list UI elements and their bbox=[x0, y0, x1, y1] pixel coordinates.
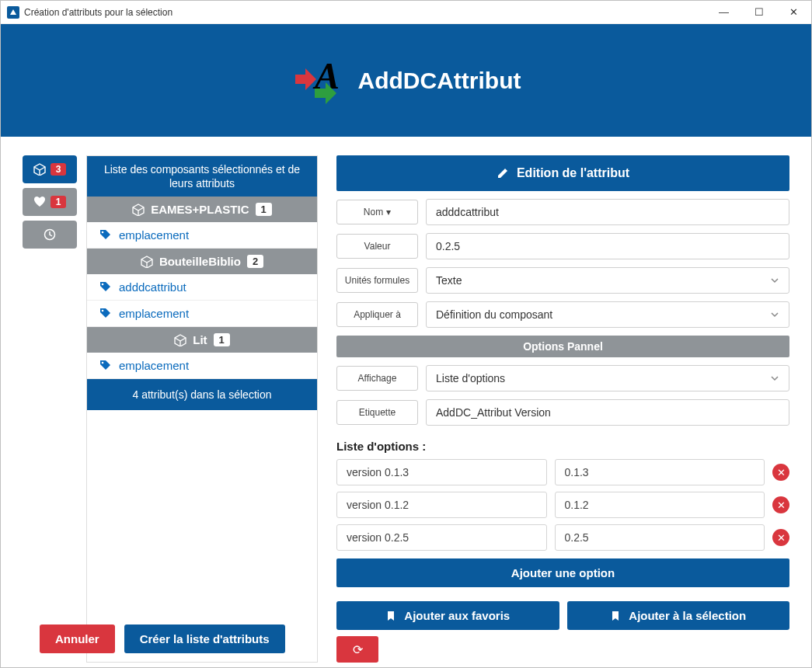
x-icon: ✕ bbox=[777, 499, 786, 511]
option-row: ✕ bbox=[336, 524, 789, 551]
apply-select[interactable]: Définition du composant bbox=[426, 301, 789, 328]
bookmark-icon bbox=[610, 611, 621, 621]
svg-point-4 bbox=[102, 284, 104, 286]
app-logo-icon: A bbox=[291, 53, 344, 109]
label-units: Unités formules bbox=[336, 268, 418, 293]
dialog-footer: Annuler Créer la liste d'attributs bbox=[40, 625, 285, 653]
heart-icon bbox=[33, 196, 46, 208]
delete-option-button[interactable]: ✕ bbox=[772, 464, 789, 481]
label-value: Valeur bbox=[336, 234, 418, 259]
refresh-button[interactable]: ⟳ bbox=[336, 636, 378, 663]
label-display: Affichage bbox=[336, 366, 418, 391]
option-value-input[interactable] bbox=[555, 459, 765, 485]
chevron-down-icon bbox=[770, 310, 779, 319]
tag-icon bbox=[99, 229, 111, 241]
option-label-input[interactable] bbox=[336, 492, 547, 518]
attribute-row[interactable]: adddcattribut bbox=[87, 274, 317, 301]
options-list-title: Liste d'options : bbox=[336, 440, 789, 453]
row-label: Etiquette bbox=[336, 399, 789, 426]
body: A AddDCAttribut 3 bbox=[1, 24, 811, 667]
svg-point-6 bbox=[102, 362, 104, 364]
components-panel: Liste des composants sélectionnés et de … bbox=[86, 155, 318, 663]
cube-count-button[interactable]: 3 bbox=[23, 155, 77, 183]
add-favorites-button[interactable]: Ajouter aux favoris bbox=[336, 601, 559, 630]
tag-icon bbox=[99, 308, 111, 319]
components-panel-header: Liste des composants sélectionnés et de … bbox=[87, 156, 317, 197]
name-input[interactable] bbox=[426, 199, 789, 225]
favorites-count-badge: 1 bbox=[51, 196, 67, 208]
maximize-button[interactable]: ☐ bbox=[741, 1, 776, 24]
edit-header: Edition de l'attribut bbox=[336, 155, 789, 191]
attribute-name: emplacement bbox=[119, 228, 189, 242]
content: 3 1 Liste des composan bbox=[1, 137, 811, 667]
create-list-button[interactable]: Créer la liste d'attributs bbox=[124, 625, 285, 653]
row-value: Valeur bbox=[336, 233, 789, 259]
component-name: Lit bbox=[193, 333, 207, 346]
component-header[interactable]: EAMES+PLASTIC1 bbox=[87, 197, 317, 222]
option-row: ✕ bbox=[336, 459, 789, 485]
delete-option-button[interactable]: ✕ bbox=[772, 529, 789, 546]
chevron-down-icon bbox=[770, 276, 779, 285]
component-count: 1 bbox=[214, 333, 230, 346]
side-buttons: 3 1 bbox=[23, 155, 77, 663]
chevron-down-icon bbox=[770, 374, 779, 383]
caret-down-icon: ▾ bbox=[386, 207, 391, 217]
app-window: Création d'attributs pour la sélection ―… bbox=[0, 0, 812, 668]
refresh-icon: ⟳ bbox=[353, 642, 363, 657]
cancel-button[interactable]: Annuler bbox=[40, 625, 115, 653]
options-list: ✕✕✕ bbox=[336, 459, 789, 551]
clock-icon bbox=[44, 228, 56, 241]
cube-icon bbox=[33, 163, 46, 176]
components-panel-footer: 4 attribut(s) dans la sélection bbox=[87, 379, 317, 410]
add-selection-button[interactable]: Ajouter à la sélection bbox=[567, 601, 790, 630]
display-select[interactable]: Liste d'options bbox=[426, 365, 789, 391]
add-option-button[interactable]: Ajouter une option bbox=[336, 558, 789, 587]
cube-icon bbox=[141, 256, 153, 268]
attribute-row[interactable]: emplacement bbox=[87, 353, 317, 379]
attribute-name: emplacement bbox=[119, 307, 189, 320]
component-count: 2 bbox=[247, 255, 263, 268]
minimize-button[interactable]: ― bbox=[706, 1, 741, 24]
pencil-icon bbox=[497, 167, 509, 179]
svg-point-5 bbox=[102, 310, 104, 312]
row-units: Unités formules Texte bbox=[336, 267, 789, 294]
component-name: BouteilleBiblio bbox=[159, 255, 241, 268]
row-name: Nom ▾ bbox=[336, 199, 789, 225]
tag-icon bbox=[99, 281, 111, 293]
option-value-input[interactable] bbox=[555, 492, 765, 518]
label-name-dropdown[interactable]: Nom ▾ bbox=[336, 200, 418, 224]
window-title: Création d'attributs pour la sélection bbox=[24, 7, 173, 18]
svg-point-3 bbox=[102, 231, 104, 234]
cube-count-badge: 3 bbox=[51, 163, 67, 176]
titlebar: Création d'attributs pour la sélection ―… bbox=[1, 1, 811, 24]
attribute-name: emplacement bbox=[119, 359, 189, 372]
delete-option-button[interactable]: ✕ bbox=[772, 496, 789, 513]
x-icon: ✕ bbox=[777, 532, 786, 544]
components-list: EAMES+PLASTIC1emplacementBouteilleBiblio… bbox=[87, 197, 317, 379]
right-column: Edition de l'attribut Nom ▾ Valeur Unité… bbox=[336, 155, 789, 663]
component-header[interactable]: BouteilleBiblio2 bbox=[87, 249, 317, 274]
value-input[interactable] bbox=[426, 233, 789, 259]
cube-icon bbox=[132, 204, 145, 216]
option-value-input[interactable] bbox=[555, 524, 765, 551]
units-select[interactable]: Texte bbox=[426, 267, 789, 294]
close-button[interactable]: ✕ bbox=[776, 1, 811, 24]
option-label-input[interactable] bbox=[336, 459, 547, 485]
component-count: 1 bbox=[256, 203, 272, 216]
header: A AddDCAttribut bbox=[1, 24, 811, 137]
component-name: EAMES+PLASTIC bbox=[151, 203, 249, 216]
window-controls: ― ☐ ✕ bbox=[706, 1, 811, 24]
history-button[interactable] bbox=[23, 221, 77, 249]
etiquette-input[interactable] bbox=[426, 399, 789, 426]
action-row: Ajouter aux favoris Ajouter à la sélecti… bbox=[336, 601, 789, 630]
option-label-input[interactable] bbox=[336, 524, 547, 551]
edit-title: Edition de l'attribut bbox=[517, 166, 629, 180]
attribute-row[interactable]: emplacement bbox=[87, 301, 317, 327]
tag-icon bbox=[99, 360, 111, 371]
row-apply: Appliquer à Définition du composant bbox=[336, 301, 789, 328]
favorites-count-button[interactable]: 1 bbox=[23, 188, 77, 216]
attribute-row[interactable]: emplacement bbox=[87, 222, 317, 249]
component-header[interactable]: Lit1 bbox=[87, 327, 317, 353]
cube-icon bbox=[174, 334, 186, 346]
app-icon bbox=[7, 6, 19, 19]
